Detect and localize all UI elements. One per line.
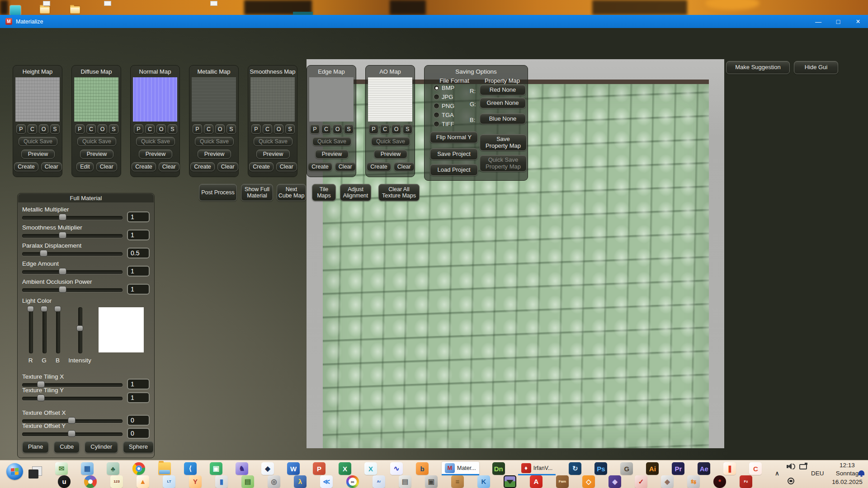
smoothness-s-button[interactable]: S [285, 124, 295, 134]
texture-offset-y-value-input[interactable]: 0 [127, 428, 150, 439]
tree-app-icon[interactable]: ♣ [107, 462, 119, 475]
height-map-preview-image[interactable] [15, 77, 60, 122]
smoothness-c-button[interactable]: C [263, 124, 272, 134]
xchange-icon[interactable]: X [364, 462, 377, 475]
texture-offset-x-slider-thumb[interactable] [68, 417, 75, 424]
quick-save-property-map-button[interactable]: Quick Save Property Map [480, 155, 527, 172]
tile-maps-button[interactable]: Tile Maps [312, 184, 336, 201]
ao-c-button[interactable]: C [380, 124, 390, 134]
edge-s-button[interactable]: S [344, 124, 354, 134]
height-quick-save-button[interactable]: Quick Save [19, 137, 57, 146]
edge-clear-button[interactable]: Clear [335, 162, 356, 171]
paralax-displacement-value-input[interactable]: 0.5 [127, 248, 150, 258]
texture-tiling-x-value-input[interactable]: 1 [127, 379, 150, 389]
normal-c-button[interactable]: C [145, 124, 155, 134]
desktop-item[interactable] [293, 12, 313, 15]
clock-time[interactable]: 12:13 [829, 462, 865, 469]
ccleaner-icon[interactable]: C [749, 462, 762, 475]
task-materialize[interactable]: MMater... [442, 462, 479, 475]
minimize-button[interactable]: — [808, 15, 828, 28]
metallic-c-button[interactable]: C [204, 124, 213, 134]
ao-preview-button[interactable]: Preview [374, 150, 407, 159]
intensity-slider[interactable] [78, 307, 82, 353]
fax-printer-icon[interactable]: ▤ [399, 475, 411, 488]
thermometer-icon[interactable]: ❚ [723, 462, 736, 475]
next-cube-map-button[interactable]: Next Cube Map [277, 184, 306, 201]
ao-o-button[interactable]: O [392, 124, 401, 134]
diffuse-p-button[interactable]: P [75, 124, 85, 134]
clock-date[interactable]: 16.02.2025 [826, 479, 868, 485]
ao-s-button[interactable]: S [403, 124, 412, 134]
file-explorer-icon[interactable] [158, 462, 171, 475]
diffuse-c-button[interactable]: C [86, 124, 96, 134]
save-project-button[interactable]: Save Project [430, 148, 478, 160]
adjust-alignment-button[interactable]: Adjust Alignment [340, 184, 371, 201]
unreal-icon[interactable]: u [58, 475, 71, 488]
height-clear-button[interactable]: Clear [41, 162, 62, 171]
edge-c-button[interactable]: C [321, 124, 331, 134]
ambient-occlusion-power-value-input[interactable]: 1 [127, 284, 150, 295]
texture-offset-x-value-input[interactable]: 0 [127, 415, 150, 426]
cube-button[interactable]: Cube [54, 441, 80, 453]
edge-create-button[interactable]: Create [308, 162, 332, 171]
tray-expand-chevron-icon[interactable]: ∧ [775, 469, 779, 477]
texture-offset-y-slider-thumb[interactable] [68, 430, 75, 437]
notifications-bell-icon[interactable] [859, 470, 864, 475]
arrow-app-icon[interactable]: ≪ [320, 475, 333, 488]
edge-amount-slider[interactable] [22, 270, 123, 274]
mail-icon[interactable]: ✉ [55, 462, 68, 475]
height-c-button[interactable]: C [28, 124, 37, 134]
ao-clear-button[interactable]: Clear [394, 162, 415, 171]
smoothness-multiplier-value-input[interactable]: 1 [127, 230, 150, 240]
radio-jpg[interactable] [434, 94, 439, 100]
picasa-icon[interactable] [84, 475, 97, 488]
illustrator-icon[interactable]: Ai [646, 462, 659, 475]
smoothness-multiplier-slider[interactable] [22, 234, 123, 238]
metallic-clear-button[interactable]: Clear [217, 162, 238, 171]
light-b-slider[interactable] [56, 307, 60, 353]
after-effects-icon[interactable]: Ae [698, 462, 710, 475]
desktop-file-icon[interactable] [210, 1, 217, 6]
family-research-icon[interactable]: Fam [556, 475, 569, 488]
folder-k-icon[interactable]: K [477, 475, 490, 488]
height-o-button[interactable]: O [39, 124, 48, 134]
intensity-slider-thumb[interactable] [76, 325, 83, 331]
desktop-folder-icon[interactable] [40, 6, 50, 14]
ao-map-preview-image[interactable] [368, 77, 412, 122]
format-option-tiff[interactable]: TIFF [434, 121, 454, 127]
edge-preview-button[interactable]: Preview [315, 150, 349, 159]
diffuse-clear-button[interactable]: Clear [96, 162, 117, 171]
edge-o-button[interactable]: O [333, 124, 342, 134]
save-property-map-button[interactable]: Save Property Map [480, 134, 527, 151]
smoothness-map-preview-image[interactable] [250, 77, 295, 122]
video-camera-icon[interactable]: ▣ [425, 475, 438, 488]
light-g-slider[interactable] [42, 307, 47, 353]
sphere-button[interactable]: Sphere [123, 441, 154, 453]
ao-p-button[interactable]: P [369, 124, 378, 134]
light-r-slider[interactable] [29, 307, 33, 353]
photoshop-icon[interactable]: Ps [594, 462, 607, 475]
light-g-slider-thumb[interactable] [41, 306, 47, 312]
make-suggestion-button[interactable]: Make Suggestion [726, 61, 790, 74]
metallic-multiplier-value-input[interactable]: 1 [127, 211, 150, 222]
meshlab-icon[interactable]: ◆ [661, 475, 674, 488]
cocktail-icon[interactable]: Y [189, 475, 202, 488]
format-option-jpg[interactable]: JPG [434, 94, 453, 100]
radio-tga[interactable] [434, 112, 439, 118]
show-full-material-button[interactable]: Show Full Material [241, 184, 273, 201]
metallic-preview-button[interactable]: Preview [198, 150, 231, 159]
calendar-icon[interactable]: 123 [110, 475, 123, 488]
diffuse-s-button[interactable]: S [109, 124, 118, 134]
desktop-file-icon[interactable] [104, 1, 111, 6]
texture-tiling-y-value-input[interactable]: 1 [127, 392, 150, 403]
radio-tiff[interactable] [434, 121, 439, 127]
diffuse-quick-save-button[interactable]: Quick Save [77, 137, 116, 146]
metallic-quick-save-button[interactable]: Quick Save [195, 137, 234, 146]
notebook-icon[interactable]: ≡ [451, 475, 464, 488]
texture-tiling-y-slider[interactable] [22, 397, 123, 400]
close-button[interactable]: × [848, 15, 868, 28]
word-icon[interactable]: W [287, 462, 300, 475]
radio-png[interactable] [434, 103, 439, 109]
metallic-create-button[interactable]: Create [190, 162, 215, 171]
edge-p-button[interactable]: P [310, 124, 320, 134]
